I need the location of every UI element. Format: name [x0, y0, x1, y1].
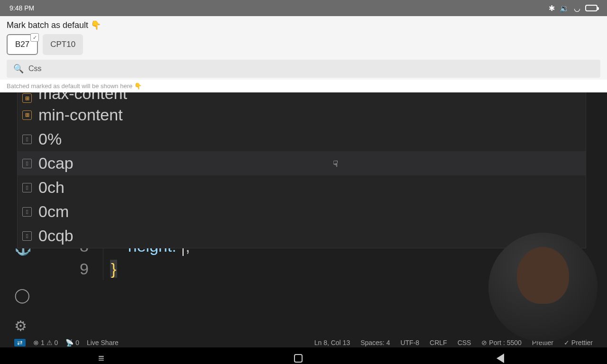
bluetooth-icon: ✱	[549, 4, 555, 13]
search-icon: 🔍	[13, 64, 24, 74]
android-status-bar: 9:48 PM ✱ 🔉 ◡	[0, 0, 607, 16]
home-button[interactable]	[294, 354, 313, 363]
autocomplete-label: max-content	[38, 92, 127, 103]
mark-batch-label: Mark batch as default 👇	[7, 20, 600, 30]
status-icons: ✱ 🔉 ◡	[549, 4, 598, 13]
autocomplete-item[interactable]: ▯ 0%	[18, 127, 586, 151]
autocomplete-label: min-content	[38, 106, 123, 124]
live-server-port[interactable]: ⊘ Port : 5500	[481, 339, 521, 346]
mouse-pointer-icon: ☟	[333, 159, 338, 169]
closing-brace: }	[110, 260, 117, 278]
recent-apps-button[interactable]: ≡	[92, 352, 110, 364]
account-icon[interactable]: ◯	[14, 287, 30, 303]
language-mode[interactable]: CSS	[458, 339, 471, 346]
search-box[interactable]: 🔍	[7, 60, 600, 78]
value-icon: ▯	[22, 207, 32, 217]
live-share[interactable]: Live Share	[87, 339, 119, 346]
prettier-check[interactable]: ✓ Prettier	[564, 339, 593, 346]
android-nav-bar: ≡	[0, 347, 607, 364]
autocomplete-item[interactable]: ⊞ min-content	[18, 103, 586, 127]
autocomplete-label: 0ch	[38, 178, 64, 197]
radio-icon[interactable]: 📡 0	[65, 339, 79, 346]
cursor-position[interactable]: Ln 8, Col 13	[314, 339, 350, 346]
autocomplete-item[interactable]: ▯ 0ch	[18, 175, 586, 200]
autocomplete-popup[interactable]: ⊞ max-content ⊞ min-content ▯ 0% ▯ 0cap …	[17, 92, 586, 248]
batch-selector-row: B27 ✓ CPT10	[7, 34, 600, 55]
eol[interactable]: CRLF	[430, 339, 447, 346]
wifi-icon: ◡	[574, 4, 580, 13]
autocomplete-item-selected[interactable]: ▯ 0cap	[18, 151, 586, 175]
code-editor: ⊞ max-content ⊞ min-content ▯ 0% ▯ 0cap …	[0, 92, 607, 347]
autocomplete-label: 0cqb	[38, 227, 74, 245]
code-line[interactable]: }	[110, 257, 190, 280]
keyword-icon: ⊞	[22, 93, 32, 103]
autocomplete-label: 0cm	[38, 202, 69, 221]
search-input[interactable]	[28, 64, 594, 73]
webcam-overlay	[488, 233, 598, 342]
encoding[interactable]: UTF-8	[400, 339, 419, 346]
autocomplete-label: 0%	[38, 130, 62, 148]
helper-text: Batched marked as default will be shown …	[0, 80, 607, 92]
indent-info[interactable]: Spaces: 4	[360, 339, 390, 346]
value-icon: ▯	[22, 183, 32, 192]
battery-icon	[585, 5, 598, 11]
autocomplete-item[interactable]: ⊞ max-content	[18, 92, 586, 103]
back-button[interactable]	[497, 354, 515, 363]
value-icon: ▯	[22, 231, 32, 241]
status-time: 9:48 PM	[9, 4, 34, 12]
line-number: 9	[37, 257, 89, 280]
settings-gear-icon[interactable]: ⚙	[14, 318, 27, 334]
batch-button-cpt10[interactable]: CPT10	[43, 34, 83, 55]
value-icon: ▯	[22, 159, 32, 168]
autocomplete-item[interactable]: ▯ 0cqb	[18, 224, 586, 248]
volume-icon: 🔉	[560, 4, 569, 13]
autocomplete-item[interactable]: ▯ 0cm	[18, 200, 586, 224]
value-icon: ▯	[22, 135, 32, 144]
keyword-icon: ⊞	[22, 110, 32, 120]
batch-button-b27[interactable]: B27 ✓	[7, 34, 38, 55]
check-icon: ✓	[30, 33, 39, 42]
batch-label: B27	[15, 40, 29, 49]
autocomplete-label: 0cap	[38, 154, 74, 173]
app-header: Mark batch as default 👇 B27 ✓ CPT10 🔍	[0, 16, 607, 80]
editor-status-bar: ⇄ ⊗ 1 ⚠ 0 📡 0 Live Share Ln 8, Col 13 Sp…	[0, 339, 607, 347]
